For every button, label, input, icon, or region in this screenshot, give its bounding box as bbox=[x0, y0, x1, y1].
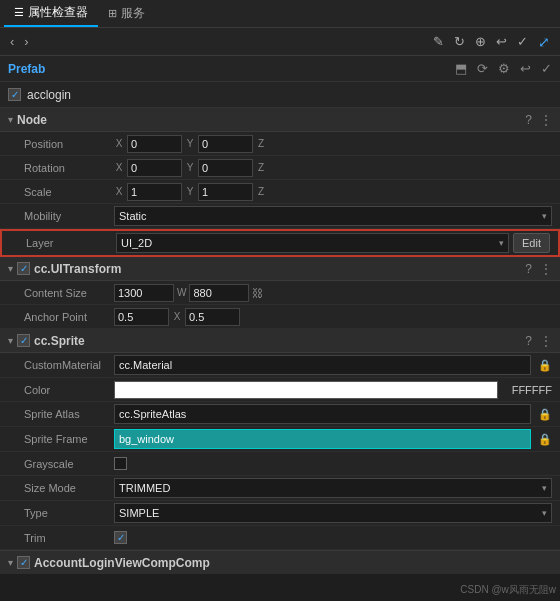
sprite-section-title: cc.Sprite bbox=[34, 334, 521, 348]
node-name-row: acclogin bbox=[0, 82, 560, 108]
color-row: Color FFFFFF bbox=[0, 378, 560, 402]
sprite-atlas-input[interactable] bbox=[114, 404, 531, 424]
node-help-icon[interactable]: ? bbox=[525, 113, 532, 127]
node-chevron-icon: ▾ bbox=[8, 114, 13, 125]
content-size-w-input[interactable] bbox=[114, 284, 174, 302]
anchor-point-x-input[interactable] bbox=[114, 308, 169, 326]
uitransform-help-icon[interactable]: ? bbox=[525, 262, 532, 276]
account-login-section-header[interactable]: ▾ AccountLoginViewCompComp bbox=[0, 550, 560, 574]
anchor-point-label: Anchor Point bbox=[24, 311, 114, 323]
sprite-frame-field[interactable]: bg_window bbox=[114, 429, 531, 449]
mobility-dropdown[interactable]: Static ▾ bbox=[114, 206, 552, 226]
type-label: Type bbox=[24, 507, 114, 519]
size-mode-row: Size Mode TRIMMED ▾ bbox=[0, 476, 560, 501]
rotation-z-label: Z bbox=[258, 162, 264, 173]
rotation-row: Rotation X Y Z bbox=[0, 156, 560, 180]
scale-row: Scale X Y Z bbox=[0, 180, 560, 204]
layer-dropdown-arrow: ▾ bbox=[499, 238, 504, 248]
size-mode-value: TRIMMED ▾ bbox=[114, 478, 552, 498]
node-more-icon[interactable]: ⋮ bbox=[540, 113, 552, 127]
anchor-point-y-input[interactable] bbox=[185, 308, 240, 326]
position-y-input[interactable] bbox=[198, 135, 253, 153]
sprite-chevron-icon: ▾ bbox=[8, 335, 13, 346]
scale-x-input[interactable] bbox=[127, 183, 182, 201]
add-button[interactable]: ⊕ bbox=[471, 32, 490, 51]
back-button[interactable]: ‹ bbox=[6, 32, 18, 51]
tab-properties[interactable]: ☰ 属性检查器 bbox=[4, 0, 98, 27]
color-swatch[interactable] bbox=[114, 381, 498, 399]
prefab-icons: ⬒ ⟳ ⚙ ↩ ✓ bbox=[455, 61, 552, 76]
account-login-enabled-checkbox[interactable] bbox=[17, 556, 30, 569]
link-icon[interactable]: ⛓ bbox=[252, 287, 263, 299]
sprite-section-header[interactable]: ▾ cc.Sprite ? ⋮ bbox=[0, 329, 560, 353]
tab-services-label: 服务 bbox=[121, 5, 145, 22]
position-y-label: Y bbox=[185, 138, 195, 149]
prefab-settings-icon[interactable]: ⚙ bbox=[498, 61, 510, 76]
mobility-dropdown-value: Static bbox=[119, 210, 147, 222]
rotation-x-label: X bbox=[114, 162, 124, 173]
content-size-h-input[interactable] bbox=[189, 284, 249, 302]
sprite-frame-lock-icon[interactable]: 🔒 bbox=[538, 433, 552, 446]
uitransform-section-header[interactable]: ▾ cc.UITransform ? ⋮ bbox=[0, 257, 560, 281]
scale-value: X Y Z bbox=[114, 183, 552, 201]
anchor-point-x-label: X bbox=[172, 311, 182, 322]
position-x-input[interactable] bbox=[127, 135, 182, 153]
node-enabled-checkbox[interactable] bbox=[8, 88, 21, 101]
edit-icon-button[interactable]: ✎ bbox=[429, 32, 448, 51]
prefab-reload-icon[interactable]: ⟳ bbox=[477, 61, 488, 76]
sprite-help-icon[interactable]: ? bbox=[525, 334, 532, 348]
tab-services[interactable]: ⊞ 服务 bbox=[98, 0, 155, 27]
scale-y-input[interactable] bbox=[198, 183, 253, 201]
rotation-label: Rotation bbox=[24, 162, 114, 174]
layer-edit-button[interactable]: Edit bbox=[513, 233, 550, 253]
rotation-y-input[interactable] bbox=[198, 159, 253, 177]
type-dropdown[interactable]: SIMPLE ▾ bbox=[114, 503, 552, 523]
grayscale-checkbox[interactable] bbox=[114, 457, 127, 470]
services-icon: ⊞ bbox=[108, 7, 117, 20]
toolbar: ‹ › ✎ ↻ ⊕ ↩ ✓ ⤢ bbox=[0, 28, 560, 56]
sprite-frame-label: Sprite Frame bbox=[24, 433, 114, 445]
pin-button[interactable]: ⤢ bbox=[534, 32, 554, 52]
mobility-value: Static ▾ bbox=[114, 206, 552, 226]
prefab-confirm-icon[interactable]: ✓ bbox=[541, 61, 552, 76]
sprite-more-icon[interactable]: ⋮ bbox=[540, 334, 552, 348]
node-name-label: acclogin bbox=[27, 88, 71, 102]
uitransform-enabled-checkbox[interactable] bbox=[17, 262, 30, 275]
trim-row: Trim bbox=[0, 526, 560, 550]
custom-material-input[interactable] bbox=[114, 355, 531, 375]
prefab-row: Prefab ⬒ ⟳ ⚙ ↩ ✓ bbox=[0, 56, 560, 82]
tab-bar: ☰ 属性检查器 ⊞ 服务 bbox=[0, 0, 560, 28]
sprite-frame-value-text: bg_window bbox=[119, 433, 174, 445]
custom-material-label: CustomMaterial bbox=[24, 359, 114, 371]
sprite-atlas-lock-icon[interactable]: 🔒 bbox=[538, 408, 552, 421]
forward-button[interactable]: › bbox=[20, 32, 32, 51]
rotation-x-input[interactable] bbox=[127, 159, 182, 177]
layer-row: Layer UI_2D ▾ Edit bbox=[0, 229, 560, 257]
trim-checkbox[interactable] bbox=[114, 531, 127, 544]
refresh-button[interactable]: ↻ bbox=[450, 32, 469, 51]
confirm-button[interactable]: ✓ bbox=[513, 32, 532, 51]
prefab-undo-icon[interactable]: ↩ bbox=[520, 61, 531, 76]
layer-dropdown-value: UI_2D bbox=[121, 237, 152, 249]
custom-material-row: CustomMaterial 🔒 bbox=[0, 353, 560, 378]
layer-dropdown[interactable]: UI_2D ▾ bbox=[116, 233, 509, 253]
color-label: Color bbox=[24, 384, 114, 396]
grayscale-value bbox=[114, 457, 552, 470]
sprite-enabled-checkbox[interactable] bbox=[17, 334, 30, 347]
node-section-header[interactable]: ▾ Node ? ⋮ bbox=[0, 108, 560, 132]
scale-z-label: Z bbox=[258, 186, 264, 197]
custom-material-lock-icon[interactable]: 🔒 bbox=[538, 359, 552, 372]
prefab-edit-icon[interactable]: ⬒ bbox=[455, 61, 467, 76]
position-value: X Y Z bbox=[114, 135, 552, 153]
uitransform-section-icons: ? ⋮ bbox=[525, 262, 552, 276]
uitransform-section-title: cc.UITransform bbox=[34, 262, 521, 276]
size-mode-dropdown-arrow: ▾ bbox=[542, 483, 547, 493]
position-x-label: X bbox=[114, 138, 124, 149]
trim-label: Trim bbox=[24, 532, 114, 544]
mobility-label: Mobility bbox=[24, 210, 114, 222]
account-login-section-title: AccountLoginViewCompComp bbox=[34, 556, 552, 570]
size-mode-dropdown[interactable]: TRIMMED ▾ bbox=[114, 478, 552, 498]
undo-button[interactable]: ↩ bbox=[492, 32, 511, 51]
position-z-label: Z bbox=[258, 138, 264, 149]
uitransform-more-icon[interactable]: ⋮ bbox=[540, 262, 552, 276]
